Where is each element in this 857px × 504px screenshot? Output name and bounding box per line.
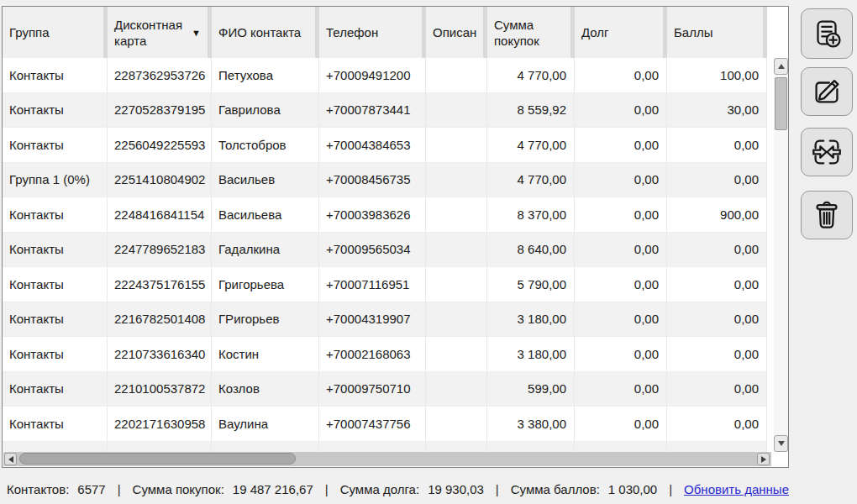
cell: 0,00 — [667, 372, 767, 407]
cell: Григорьева — [212, 267, 319, 302]
cell — [426, 442, 487, 452]
cell: Козлов — [212, 372, 319, 407]
table-row[interactable]: Контакты2248416841154Васильева+700039836… — [3, 197, 767, 233]
cell: +70008456735 — [319, 163, 426, 197]
cell: 4 770,00 — [487, 163, 575, 197]
cell: 3 180,00 — [487, 337, 575, 371]
cell: Петухова — [212, 58, 319, 92]
scroll-right-button[interactable] — [757, 453, 770, 465]
column-header-3[interactable]: ФИО контакта — [212, 7, 319, 58]
cell: Гадалкина — [212, 233, 319, 267]
sort-desc-icon: ▼ — [192, 28, 201, 38]
cell: 8 640,00 — [487, 233, 575, 267]
column-header-5[interactable]: Описан — [426, 7, 487, 58]
contacts-table-panel: ГруппаДисконтная карта▼ФИО контактаТелеф… — [2, 6, 789, 468]
cell — [426, 197, 487, 232]
scroll-up-button[interactable] — [774, 58, 788, 75]
cell: 8 370,00 — [487, 197, 575, 232]
cell: 2210100537872 — [108, 372, 212, 407]
table-body: Контакты2287362953726Петухова+7000949120… — [3, 58, 767, 452]
cell: Группа 1 (0%) — [3, 163, 108, 197]
cell: Контакты — [3, 267, 108, 302]
debt-sum-value: 19 930,03 — [428, 482, 484, 496]
cell: 30,00 — [667, 93, 767, 128]
triangle-down-icon — [778, 441, 785, 446]
cell — [426, 233, 487, 267]
cell — [426, 128, 487, 162]
edit-contact-button[interactable] — [801, 67, 853, 116]
cell — [426, 267, 487, 302]
table-row[interactable]: Контакты2224375176155Григорьева+70007116… — [3, 267, 767, 302]
cell: Контакты — [3, 128, 108, 162]
column-header-label: Описан — [433, 24, 476, 40]
cell — [426, 93, 487, 128]
cell: 0,00 — [667, 163, 767, 197]
cell: 900,00 — [667, 197, 767, 232]
purchases-sum-label: Сумма покупок: — [133, 482, 224, 496]
vertical-scrollbar-thumb[interactable] — [775, 77, 787, 130]
cell: 0,00 — [575, 337, 667, 371]
cell: Контакты — [3, 407, 108, 441]
cell: Толстобров — [212, 128, 319, 162]
column-header-8[interactable]: Баллы — [667, 7, 767, 58]
cell: +70009750710 — [319, 372, 426, 407]
table-row[interactable]: Контакты2256049225593Толстобров+70004384… — [3, 128, 767, 163]
triangle-up-icon — [778, 64, 785, 69]
table-row[interactable]: Контакты2270528379195Гаврилова+700078734… — [3, 93, 767, 129]
table-row[interactable]: Контакты2202171630958Ваулина+70007437756… — [3, 407, 767, 442]
cell: +70007116951 — [319, 267, 426, 302]
status-separator: | — [496, 482, 499, 496]
cell — [426, 163, 487, 197]
table-row-partial — [3, 442, 767, 452]
scroll-down-button[interactable] — [774, 435, 788, 452]
debt-sum-label: Сумма долга: — [340, 482, 419, 496]
cell: Контакты — [3, 58, 108, 92]
column-header-1[interactable]: Группа — [3, 7, 108, 58]
cell: 100,00 — [667, 58, 767, 92]
status-separator: | — [325, 482, 329, 496]
vertical-scrollbar[interactable] — [774, 58, 788, 452]
table-row[interactable]: Контакты2210733616340Костин+700021680633… — [3, 337, 767, 372]
cell: 0,00 — [575, 372, 667, 407]
cell: 0,00 — [667, 302, 767, 337]
cell: 2256049225593 — [108, 128, 212, 162]
cell: 3 380,00 — [487, 407, 575, 441]
merge-contacts-button[interactable] — [801, 128, 853, 176]
cell: Васильев — [212, 163, 319, 197]
cell: 2247789652183 — [108, 233, 212, 267]
horizontal-scrollbar[interactable] — [3, 452, 771, 466]
column-header-label: ФИО контакта — [218, 24, 301, 40]
table-row[interactable]: Контакты2247789652183Гадалкина+700095650… — [3, 233, 767, 268]
cell: 0,00 — [575, 302, 667, 337]
cell: 0,00 — [667, 128, 767, 162]
scroll-left-button[interactable] — [4, 453, 17, 465]
table-row[interactable]: Контакты2210100537872Козлов+700097507105… — [3, 372, 767, 407]
cell: 0,00 — [575, 58, 667, 92]
cell: 2202171630958 — [108, 407, 212, 441]
column-header-6[interactable]: Сумма покупок — [487, 7, 575, 58]
triangle-right-icon — [761, 456, 766, 463]
cell: Контакты — [3, 197, 108, 232]
cell: +70009491200 — [319, 58, 426, 92]
column-header-2[interactable]: Дисконтная карта▼ — [108, 7, 212, 58]
cell: Гаврилова — [212, 93, 319, 128]
cell — [212, 442, 319, 452]
column-header-label: Телефон — [326, 24, 378, 40]
cell: 8 559,92 — [487, 93, 575, 128]
column-header-4[interactable]: Телефон — [319, 7, 426, 58]
cell: 0,00 — [575, 128, 667, 162]
table-row[interactable]: Группа 1 (0%)2251410804902Васильев+70008… — [3, 163, 767, 198]
table-row[interactable]: Контакты2216782501408ГРигорьев+700043199… — [3, 302, 767, 338]
refresh-data-link[interactable]: Обновить данные — [684, 482, 789, 496]
cell: 2251410804902 — [108, 163, 212, 197]
status-bar: Контактов: 6577 | Сумма покупок: 19 487 … — [7, 478, 789, 500]
add-contact-button[interactable] — [801, 8, 853, 59]
status-separator: | — [118, 482, 121, 496]
delete-contact-button[interactable] — [801, 191, 853, 239]
cell: 0,00 — [575, 197, 667, 232]
cell: 4 770,00 — [487, 128, 575, 162]
table-row[interactable]: Контакты2287362953726Петухова+7000949120… — [3, 58, 767, 93]
horizontal-scrollbar-thumb[interactable] — [19, 453, 296, 465]
column-header-7[interactable]: Долг — [575, 7, 667, 58]
cell: Контакты — [3, 372, 108, 407]
